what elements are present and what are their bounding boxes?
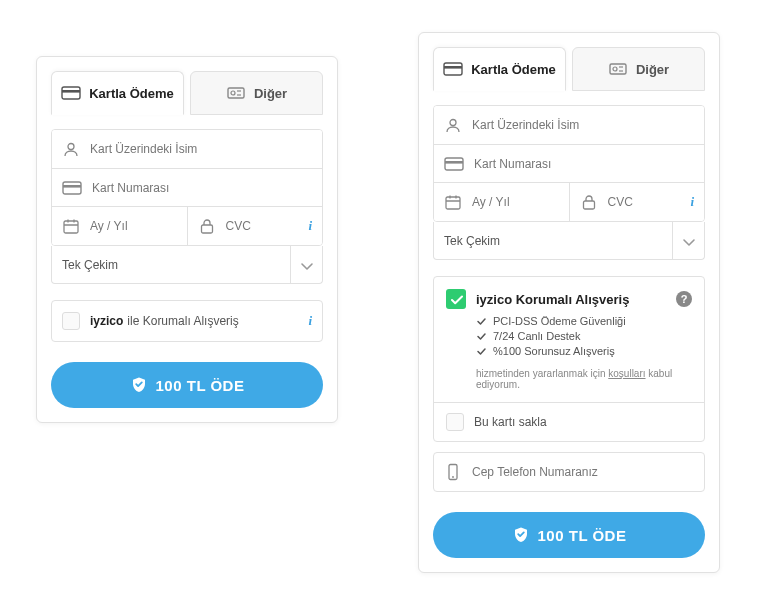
expiry-input[interactable]: Ay / Yıl: [434, 183, 569, 221]
tabs: Kartla Ödeme Diğer: [433, 47, 705, 91]
shield-icon: [512, 526, 530, 544]
tab-other[interactable]: Diğer: [190, 71, 323, 115]
tab-other-label: Diğer: [254, 86, 287, 101]
bullet-text: 7/24 Canlı Destek: [493, 330, 580, 342]
installment-selected: Tek Çekim: [444, 234, 500, 248]
lock-icon: [198, 218, 216, 235]
cvc-info-icon[interactable]: i: [308, 218, 312, 234]
bullet-item: 7/24 Canlı Destek: [476, 330, 692, 342]
terms-prefix: hizmetinden yararlanmak için: [476, 368, 608, 379]
cardholder-name-input[interactable]: Kart Üzerindeki İsim: [434, 106, 704, 144]
checkbox-unchecked: [62, 312, 80, 330]
bullet-item: PCI-DSS Ödeme Güvenliği: [476, 315, 692, 327]
checkbox-unchecked: [446, 413, 464, 431]
protect-title: iyzico Korumalı Alışveriş: [476, 292, 629, 307]
cvc-input[interactable]: CVC i: [187, 207, 323, 245]
pay-label: 100 TL ÖDE: [156, 377, 245, 394]
bullet-item: %100 Sorunsuz Alışveriş: [476, 345, 692, 357]
tab-other[interactable]: Diğer: [572, 47, 705, 91]
tab-card-label: Kartla Ödeme: [471, 62, 556, 77]
chevron-down-icon: [672, 222, 704, 259]
card-number-input[interactable]: Kart Numarası: [52, 168, 322, 206]
help-icon[interactable]: ?: [676, 291, 692, 307]
chevron-down-icon: [290, 246, 322, 283]
protect-terms: hizmetinden yararlanmak için koşulları k…: [434, 366, 704, 403]
save-card-label: Bu kartı sakla: [474, 415, 547, 429]
tabs: Kartla Ödeme Diğer: [51, 71, 323, 115]
tab-card-label: Kartla Ödeme: [89, 86, 174, 101]
card-number-placeholder: Kart Numarası: [92, 181, 169, 195]
protect-text: ile Korumalı Alışveriş: [127, 314, 238, 328]
card-icon: [61, 84, 81, 102]
installment-select[interactable]: Tek Çekim: [51, 246, 323, 284]
card-icon: [444, 155, 464, 173]
save-card-checkbox[interactable]: Bu kartı sakla: [434, 403, 704, 441]
check-icon: [476, 331, 487, 341]
terms-link[interactable]: koşulları: [608, 368, 645, 379]
phone-input[interactable]: Cep Telefon Numaranız: [433, 452, 705, 492]
cardholder-placeholder: Kart Üzerindeki İsim: [90, 142, 197, 156]
phone-placeholder: Cep Telefon Numaranız: [472, 465, 598, 479]
checkout-panel-left: Kartla Ödeme Diğer Kart Üzerindeki İsim …: [36, 56, 338, 423]
check-icon: [476, 316, 487, 326]
protect-info-icon[interactable]: i: [308, 313, 312, 329]
bullet-text: %100 Sorunsuz Alışveriş: [493, 345, 615, 357]
card-icon: [62, 179, 82, 197]
expiry-placeholder: Ay / Yıl: [472, 195, 510, 209]
cvc-info-icon[interactable]: i: [690, 194, 694, 210]
tab-card-payment[interactable]: Kartla Ödeme: [433, 47, 566, 91]
shield-icon: [130, 376, 148, 394]
cvc-placeholder: CVC: [226, 219, 251, 233]
lock-icon: [580, 194, 598, 211]
pay-label: 100 TL ÖDE: [538, 527, 627, 544]
other-icon: [608, 60, 628, 78]
cvc-placeholder: CVC: [608, 195, 633, 209]
tab-card-payment[interactable]: Kartla Ödeme: [51, 71, 184, 115]
protected-shopping-checkbox[interactable]: iyzico ile Korumalı Alışveriş i: [51, 300, 323, 342]
phone-icon: [444, 463, 462, 481]
checkout-panel-right: Kartla Ödeme Diğer Kart Üzerindeki İsim …: [418, 32, 720, 573]
card-number-input[interactable]: Kart Numarası: [434, 144, 704, 182]
protect-bullets: PCI-DSS Ödeme Güvenliği 7/24 Canlı Deste…: [434, 315, 704, 366]
pay-button[interactable]: 100 TL ÖDE: [51, 362, 323, 408]
protected-shopping-checkbox[interactable]: iyzico Korumalı Alışveriş ?: [434, 277, 704, 315]
calendar-icon: [444, 194, 462, 211]
cardholder-name-input[interactable]: Kart Üzerindeki İsim: [52, 130, 322, 168]
card-number-placeholder: Kart Numarası: [474, 157, 551, 171]
protected-shopping-block: iyzico Korumalı Alışveriş ? PCI-DSS Ödem…: [433, 276, 705, 442]
card-fields: Kart Üzerindeki İsim Kart Numarası Ay / …: [433, 105, 705, 222]
cvc-input[interactable]: CVC i: [569, 183, 705, 221]
card-icon: [443, 60, 463, 78]
calendar-icon: [62, 218, 80, 235]
expiry-input[interactable]: Ay / Yıl: [52, 207, 187, 245]
check-icon: [476, 346, 487, 356]
tab-other-label: Diğer: [636, 62, 669, 77]
bullet-text: PCI-DSS Ödeme Güvenliği: [493, 315, 626, 327]
person-icon: [444, 117, 462, 134]
installment-selected: Tek Çekim: [62, 258, 118, 272]
other-icon: [226, 84, 246, 102]
person-icon: [62, 141, 80, 158]
protect-brand: iyzico: [90, 314, 123, 328]
expiry-placeholder: Ay / Yıl: [90, 219, 128, 233]
card-fields: Kart Üzerindeki İsim Kart Numarası Ay / …: [51, 129, 323, 246]
installment-select[interactable]: Tek Çekim: [433, 222, 705, 260]
cardholder-placeholder: Kart Üzerindeki İsim: [472, 118, 579, 132]
pay-button[interactable]: 100 TL ÖDE: [433, 512, 705, 558]
checkbox-checked: [446, 289, 466, 309]
